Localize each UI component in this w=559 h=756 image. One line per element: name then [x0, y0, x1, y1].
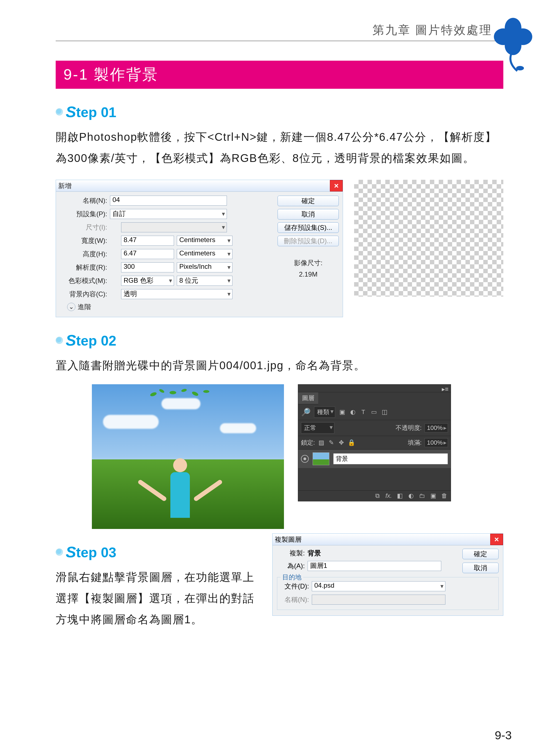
preset-label: 預設集(P): [60, 209, 110, 219]
delete-preset-button: 刪除預設集(D)... [277, 236, 339, 246]
bgcontent-select[interactable]: 透明 [121, 289, 232, 299]
section-title: 9-1 製作背景 [56, 61, 503, 89]
layer-thumbnail [313, 453, 329, 465]
bgcontent-label: 背景內容(C): [60, 290, 110, 299]
adjustment-layer-icon[interactable]: ◐ [407, 493, 415, 499]
new-layer-icon[interactable]: ▣ [429, 493, 437, 499]
layers-footer: ⧉ fx. ◧ ◐ 🗀 ▣ 🗑 [298, 490, 451, 501]
background-photo [92, 384, 284, 529]
resolution-input[interactable]: 300 [121, 262, 174, 272]
close-icon[interactable]: × [490, 534, 503, 545]
duplicate-label: 複製: [277, 549, 305, 557]
mask-icon[interactable]: ◧ [396, 493, 403, 499]
step03-paragraph: 滑鼠右鍵點擊背景圖層，在功能選單上選擇【複製圖層】選項，在彈出的對話方塊中將圖層… [56, 567, 258, 630]
resolution-unit-select[interactable]: Pixels/Inch [177, 262, 232, 272]
as-label: 為(A): [277, 562, 305, 570]
chapter-header: 第九章 圖片特效處理 [56, 22, 503, 38]
colorbits-select[interactable]: 8 位元 [177, 276, 232, 286]
lock-brush-icon[interactable]: ✎ [328, 440, 335, 446]
document-label: 文件(D): [281, 582, 309, 591]
colormode-select[interactable]: RGB 色彩 [121, 276, 174, 286]
svg-point-4 [516, 66, 524, 70]
filter-smart-icon[interactable]: ◫ [381, 409, 388, 415]
dialog-title: 新增 [58, 181, 71, 190]
resolution-label: 解析度(R): [60, 263, 110, 272]
lock-move-icon[interactable]: ✥ [338, 440, 345, 446]
fx-icon[interactable]: fx. [385, 493, 392, 499]
width-unit-select[interactable]: Centimeters [177, 236, 232, 246]
as-input[interactable]: 圖層1 [308, 561, 441, 571]
filter-pixel-icon[interactable]: ▣ [338, 409, 346, 415]
layer-name-input[interactable]: 背景 [333, 453, 448, 464]
ok-button[interactable]: 確定 [277, 196, 339, 206]
step-marker-icon [56, 337, 63, 344]
cancel-button[interactable]: 取消 [277, 209, 339, 220]
transparent-canvas-preview [354, 180, 503, 297]
chapter-rule [56, 41, 503, 41]
lock-pixels-icon[interactable]: ▨ [318, 440, 325, 446]
group-icon[interactable]: 🗀 [419, 493, 426, 499]
visibility-eye-icon[interactable] [301, 455, 309, 463]
dest-name-label: 名稱(N): [281, 595, 309, 604]
fill-label: 填滿: [408, 438, 422, 447]
blend-mode-select[interactable]: 正常 [301, 422, 334, 434]
dialog-titlebar: 複製圖層 × [272, 534, 503, 545]
name-label: 名稱(N): [60, 196, 110, 205]
clover-icon [489, 17, 537, 72]
cancel-button[interactable]: 取消 [463, 563, 498, 573]
height-input[interactable]: 6.47 [121, 249, 174, 259]
duplicate-source: 背景 [308, 549, 321, 557]
save-preset-button[interactable]: 儲存預設集(S)... [277, 222, 339, 233]
svg-point-8 [181, 389, 187, 392]
preset-select[interactable]: 自訂 [110, 209, 227, 219]
panel-menu-icon[interactable]: ▸≡ [440, 385, 451, 392]
link-layers-icon[interactable]: ⧉ [374, 493, 381, 499]
height-label: 高度(H): [60, 250, 110, 258]
step01-heading: Step 01 [56, 103, 503, 121]
step02-heading: Step 02 [56, 331, 503, 349]
svg-point-6 [159, 389, 165, 393]
opacity-label: 不透明度: [396, 424, 422, 432]
trash-icon[interactable]: 🗑 [441, 493, 448, 499]
step-marker-icon [56, 108, 63, 115]
page-number: 9-3 [495, 729, 512, 742]
colormode-label: 色彩模式(M): [60, 276, 110, 285]
image-size-label: 影像尺寸: 2.19M [277, 257, 339, 280]
search-icon[interactable]: 🔎 [301, 408, 311, 417]
layers-panel: ▸≡ 圖層 🔎 種類 ▣ ◐ T ▭ ◫ 正常 不透明度: 100% 鎖定: ▨… [298, 384, 451, 501]
svg-point-9 [192, 391, 199, 396]
lock-all-icon[interactable]: 🔒 [348, 440, 355, 446]
filter-adjust-icon[interactable]: ◐ [349, 409, 356, 415]
step03-heading: Step 03 [56, 543, 258, 561]
size-select [121, 222, 227, 232]
duplicate-layer-dialog: 複製圖層 × 確定 取消 複製: 背景 為(A): 圖層1 目的地 [272, 533, 503, 616]
svg-point-10 [203, 390, 209, 393]
advanced-toggle[interactable]: ⌄ 進階 [67, 302, 274, 311]
chevron-down-icon: ⌄ [67, 303, 75, 311]
filter-shape-icon[interactable]: ▭ [370, 409, 378, 415]
fill-field[interactable]: 100% [425, 438, 448, 447]
filter-type-icon[interactable]: T [360, 409, 367, 415]
dest-name-input [312, 595, 445, 605]
step-marker-icon [56, 548, 63, 556]
opacity-field[interactable]: 100% [425, 423, 448, 432]
step02-paragraph: 置入隨書附贈光碟中的背景圖片004/001.jpg，命名為背景。 [56, 355, 503, 376]
lock-label: 鎖定: [301, 438, 315, 447]
height-unit-select[interactable]: Centimeters [177, 249, 232, 259]
ok-button[interactable]: 確定 [463, 549, 498, 559]
svg-point-7 [170, 391, 176, 394]
panel-header: ▸≡ [298, 385, 451, 392]
layers-tab[interactable]: 圖層 [298, 392, 318, 404]
document-select[interactable]: 04.psd [312, 581, 445, 591]
width-input[interactable]: 8.47 [121, 236, 174, 246]
svg-point-5 [150, 391, 157, 397]
layer-row[interactable]: 背景 [298, 450, 451, 468]
step01-paragraph: 開啟Photoshop軟體後，按下<Ctrl+N>鍵，新建一個8.47公分*6.… [56, 126, 503, 168]
destination-fieldset: 目的地 文件(D): 04.psd 名稱(N): [277, 577, 498, 610]
svg-point-3 [505, 36, 521, 55]
new-file-dialog: 新增 × 名稱(N): 04 預設集(P): 自訂 尺寸(I): [56, 180, 343, 317]
close-icon[interactable]: × [330, 180, 343, 191]
width-label: 寬度(W): [60, 236, 110, 245]
name-input[interactable]: 04 [110, 196, 227, 206]
filter-kind-select[interactable]: 種類 [314, 407, 335, 418]
